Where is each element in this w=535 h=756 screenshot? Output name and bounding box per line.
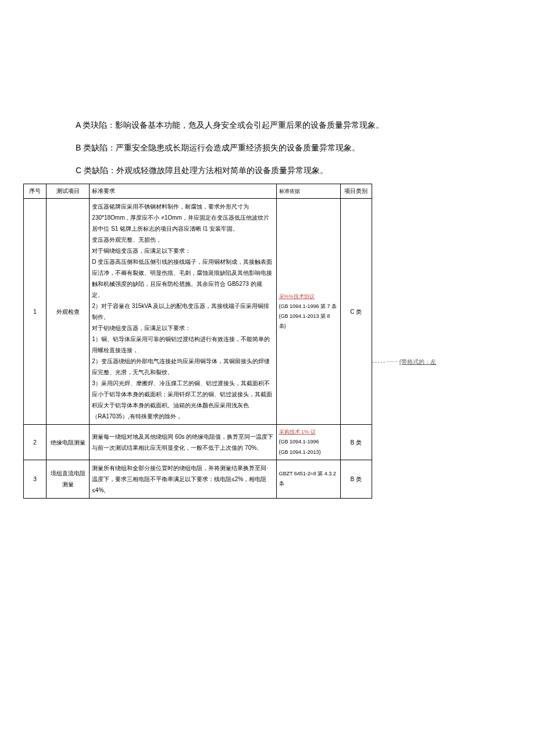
basis-link[interactable]: 采购技术 1%·议 [279,429,316,435]
intro-a: A 类玦陷：影响设备基本功能，危及人身安全或会引起严重后果的设备质量异常现象。 [23,116,512,134]
defect-table: 序号 测试项目 标准要求 标准依据 项目类别 1 外观检查 变压器铭牌应采用不锈… [23,184,372,498]
basis-rest: (GB 1094.1-1996 (GB 1094.1-2013) [279,439,321,454]
format-comment: ⋯⋯ (带格式的：左 [386,358,436,366]
intro-b: B 类缺陷：严重安全隐患或长期运行会造成严重经济损失的设备质量异常现象。 [23,139,512,157]
cell-seq: 2 [24,425,47,460]
cell-req: 测量所有绕组和全部分接位置时的绕组电阻，并将测量结果换算至同·温度下，要求三相电… [90,460,276,498]
cell-basis: GBZT 6451-2≈8 第 4.3.2 条 [276,460,340,498]
table-row: 3 境组直流电阻测量 测量所有绕组和全部分接位置时的绕组电阻，并将测量结果换算至… [24,460,372,498]
cell-seq: 1 [24,199,47,425]
basis-rest: GBZT 6451-2≈8 第 4.3.2 条 [279,471,336,486]
cell-cat: B 类 [340,460,372,498]
cell-req: 测量每一绕组对地及其他绕组间 60s 的绝缘电阻值，换算至同一温度下与前一次测试… [90,425,276,460]
basis-rest: (GB 1094.1-1996 第 7 条 (GB 1094.1-2013 第 … [279,303,337,329]
col-req: 标准要求 [90,184,276,199]
intro-c: C 类缺陷：外观或轻微故障且处理方法相对简单的设备质量异常现象。 [23,162,512,180]
comment-prefix: ⋯⋯ [386,359,398,365]
cell-cat: C 类 [340,199,372,425]
cell-basis: 采购技术 1%·议 (GB 1094.1-1996 (GB 1094.1-201… [276,425,340,460]
cell-req: 变压器铭牌应采用不锈钢材料制作，耐腐蚀，要求外形尺寸为 230*18Omm，厚度… [90,199,276,425]
table-row: 2 绝缘电阻测量 测量每一绕组对地及其他绕组间 60s 的绝缘电阻值，换算至同一… [24,425,372,460]
col-item: 测试项目 [46,184,89,199]
comment-text: (带格式的：左 [400,359,436,365]
cell-cat: B 类 [340,425,372,460]
basis-link[interactable]: 采%%技术协议 [279,293,315,299]
cell-basis: 采%%技术协议 (GB 1094.1-1996 第 7 条 (GB 1094.1… [276,199,340,425]
cell-item: 绝缘电阻测量 [46,425,89,460]
cell-item: 境组直流电阻测量 [46,460,89,498]
col-seq: 序号 [24,184,47,199]
table-header-row: 序号 测试项目 标准要求 标准依据 项目类别 [24,184,372,199]
cell-item: 外观检查 [46,199,89,425]
cell-seq: 3 [24,460,47,498]
col-basis: 标准依据 [276,184,340,199]
col-cat: 项目类别 [340,184,372,199]
table-row: 1 外观检查 变压器铭牌应采用不锈钢材料制作，耐腐蚀，要求外形尺寸为 230*1… [24,199,372,425]
